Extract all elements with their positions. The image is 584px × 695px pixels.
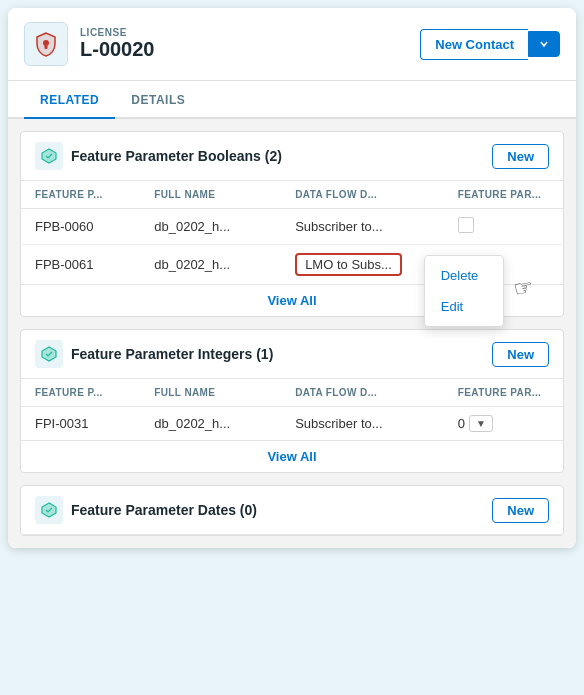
col-header-fp: FEATURE P... [21, 181, 140, 209]
fpi-0031-value: 0 [458, 416, 465, 431]
tab-details[interactable]: DETAILS [115, 81, 201, 119]
booleans-title: Feature Parameter Booleans (2) [71, 148, 282, 164]
highlighted-value: LMO to Subs... [295, 253, 402, 276]
parameter-icon [40, 501, 58, 519]
booleans-header: Feature Parameter Booleans (2) New [21, 132, 563, 181]
fpb-0060-par [444, 209, 563, 245]
booleans-title-area: Feature Parameter Booleans (2) [35, 142, 282, 170]
dates-header: Feature Parameter Dates (0) New [21, 486, 563, 535]
integers-title-area: Feature Parameter Integers (1) [35, 340, 273, 368]
booleans-icon [35, 142, 63, 170]
fpi-0031-link[interactable]: FPI-0031 [21, 407, 140, 441]
col-header-dd: DATA FLOW D... [281, 181, 444, 209]
header-label: LICENSE [80, 27, 155, 38]
dates-section: Feature Parameter Dates (0) New [20, 485, 564, 536]
parameter-icon [40, 345, 58, 363]
main-card: LICENSE L-00020 New Contact RELATED DETA… [8, 8, 576, 548]
shield-icon [32, 30, 60, 58]
context-menu: Delete Edit [424, 255, 504, 327]
col-header-par: FEATURE PAR... [444, 181, 563, 209]
fpi-0031-dd: Subscriber to... [281, 407, 444, 441]
integers-header: Feature Parameter Integers (1) New [21, 330, 563, 379]
int-col-header-fp: FEATURE P... [21, 379, 140, 407]
int-col-header-par: FEATURE PAR... [444, 379, 563, 407]
dates-title-area: Feature Parameter Dates (0) [35, 496, 257, 524]
dates-title: Feature Parameter Dates (0) [71, 502, 257, 518]
new-contact-dropdown-button[interactable] [528, 31, 560, 57]
context-menu-edit[interactable]: Edit [425, 291, 503, 322]
tabs-bar: RELATED DETAILS [8, 81, 576, 119]
col-header-fn: FULL NAME [140, 181, 281, 209]
chevron-down-icon [539, 39, 549, 49]
integers-icon [35, 340, 63, 368]
integers-table: FEATURE P... FULL NAME DATA FLOW D... FE… [21, 379, 563, 440]
dates-new-button[interactable]: New [492, 498, 549, 523]
fpi-0031-par: 0 ▼ [444, 407, 563, 441]
booleans-table: FEATURE P... FULL NAME DATA FLOW D... FE… [21, 181, 563, 284]
fpb-0061-fullname: db_0202_h... [140, 245, 281, 285]
license-icon [24, 22, 68, 66]
table-row: FPB-0061 db_0202_h... LMO to Subs... Del… [21, 245, 563, 285]
dates-icon [35, 496, 63, 524]
integers-new-button[interactable]: New [492, 342, 549, 367]
header-left: LICENSE L-00020 [24, 22, 155, 66]
booleans-new-button[interactable]: New [492, 144, 549, 169]
fpb-0060-checkbox[interactable] [458, 217, 474, 233]
header-actions: New Contact [420, 29, 560, 60]
integers-section: Feature Parameter Integers (1) New FEATU… [20, 329, 564, 473]
context-menu-delete[interactable]: Delete [425, 260, 503, 291]
fpi-0031-dropdown-arrow[interactable]: ▼ [469, 415, 493, 432]
parameter-icon [40, 147, 58, 165]
table-row: FPI-0031 db_0202_h... Subscriber to... 0… [21, 407, 563, 441]
new-contact-button[interactable]: New Contact [420, 29, 528, 60]
fpb-0061-dd: LMO to Subs... Delete Edit ☞ [281, 245, 444, 285]
header-title: L-00020 [80, 38, 155, 61]
main-content: Feature Parameter Booleans (2) New FEATU… [8, 119, 576, 548]
fpi-0031-dropdown-cell: 0 ▼ [458, 415, 549, 432]
fpb-0060-dd: Subscriber to... [281, 209, 444, 245]
fpi-0031-fullname: db_0202_h... [140, 407, 281, 441]
booleans-section: Feature Parameter Booleans (2) New FEATU… [20, 131, 564, 317]
int-col-header-fn: FULL NAME [140, 379, 281, 407]
integers-view-all[interactable]: View All [21, 440, 563, 472]
fpb-0060-fullname: db_0202_h... [140, 209, 281, 245]
int-col-header-dd: DATA FLOW D... [281, 379, 444, 407]
table-row: FPB-0060 db_0202_h... Subscriber to... [21, 209, 563, 245]
header: LICENSE L-00020 New Contact [8, 8, 576, 81]
svg-rect-1 [45, 45, 48, 49]
integers-title: Feature Parameter Integers (1) [71, 346, 273, 362]
fpb-0061-link[interactable]: FPB-0061 [21, 245, 140, 285]
tab-related[interactable]: RELATED [24, 81, 115, 119]
fpb-0060-link[interactable]: FPB-0060 [21, 209, 140, 245]
cursor-icon: ☞ [512, 273, 536, 302]
header-text: LICENSE L-00020 [80, 27, 155, 61]
